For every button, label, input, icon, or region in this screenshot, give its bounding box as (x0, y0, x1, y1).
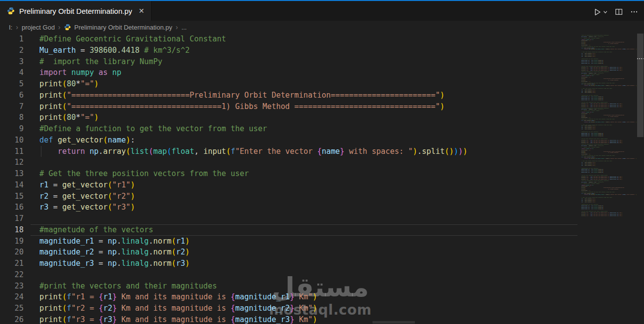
code-line[interactable]: 25print(f"r2 = {r2} Km and its magnitude… (0, 303, 581, 314)
code-text: #Define a function to get the vector fro… (39, 123, 267, 135)
code-line[interactable]: 19magnitude_r1 = np.linalg.norm(r1) (0, 236, 581, 247)
breadcrumb-item[interactable]: project God (22, 24, 55, 31)
line-number[interactable]: 17 (0, 213, 24, 224)
code-line[interactable]: 15r2 = get_vector("r2") (0, 191, 581, 202)
vertical-scrollbar-thumb[interactable] (637, 34, 644, 137)
code-text: r2 = get_vector("r2") (39, 191, 135, 202)
breadcrumb-item[interactable]: ... (181, 24, 187, 31)
code-text: Mu_earth = 398600.4418 # km^3/s^2 (39, 45, 190, 56)
editor-actions (593, 2, 638, 22)
line-number[interactable]: 24 (0, 291, 24, 303)
code-text: import numpy as np (39, 67, 121, 78)
code-text: magnitude_r1 = np.linalg.norm(r1) (39, 236, 190, 247)
code-line[interactable]: 16r3 = get_vector("r3") (0, 202, 581, 213)
code-line[interactable]: 11 return np.array(list(map(float, input… (0, 146, 581, 157)
line-number[interactable]: 26 (0, 314, 24, 324)
code-text: magnitude_r3 = np.linalg.norm(r3) (39, 258, 190, 269)
code-text: print("=================================… (39, 101, 444, 112)
editor[interactable]: 1#Define Geocentric Gravitational Consta… (0, 34, 581, 324)
tab-preliminary-orbit-determination[interactable]: Preliminary Orbit Determination.py ✕ (0, 1, 152, 21)
code-line[interactable]: 18#magnetude of the vectors (0, 224, 581, 236)
code-line[interactable]: 2Mu_earth = 398600.4418 # km^3/s^2 (0, 45, 581, 56)
line-number[interactable]: 5 (0, 78, 24, 90)
code-line[interactable]: 9#Define a function to get the vector fr… (0, 123, 581, 135)
breadcrumb-item[interactable]: Preliminary Orbit Determination.py (74, 24, 172, 31)
line-number[interactable]: 21 (0, 258, 24, 269)
code-text: # import the library NumPy (39, 56, 162, 68)
code-line[interactable]: 13# Get the three position vectors from … (0, 168, 581, 180)
line-number[interactable]: 19 (0, 236, 24, 247)
line-number[interactable]: 11 (0, 146, 24, 157)
code-text: print(f"r1 = {r1} Km and its magnitude i… (39, 291, 317, 303)
python-file-icon (64, 24, 71, 31)
code-line[interactable]: 14r1 = get_vector("r1") (0, 180, 581, 191)
code-text: #Define Geocentric Gravitational Constan… (39, 34, 226, 45)
line-number[interactable]: 10 (0, 135, 24, 146)
code-line[interactable]: 23#print the vectors and their magnitude… (0, 281, 581, 292)
breadcrumb-separator-icon: › (16, 23, 18, 31)
line-number[interactable]: 20 (0, 247, 24, 258)
vscode-window: Preliminary Orbit Determination.py ✕ I:›… (0, 0, 644, 324)
line-number[interactable]: 1 (0, 34, 24, 45)
code-text: print(80*"=") (39, 112, 99, 123)
close-tab-icon[interactable]: ✕ (136, 7, 146, 15)
code-line[interactable]: 3# import the library NumPy (0, 56, 581, 68)
code-line[interactable]: 24print(f"r1 = {r1} Km and its magnitude… (0, 291, 581, 303)
line-number[interactable]: 16 (0, 202, 24, 213)
code-text: print(f"r3 = {r3} Km and its magnitude i… (39, 314, 317, 324)
minimap[interactable]: #Define Geocentric Gravitational Constan… (581, 35, 637, 247)
code-line[interactable]: 8print(80*"=") (0, 112, 581, 123)
line-number[interactable]: 14 (0, 180, 24, 191)
line-number[interactable]: 22 (0, 269, 24, 281)
line-number[interactable]: 9 (0, 123, 24, 135)
python-file-icon (7, 7, 15, 15)
code-text: # Get the three position vectors from th… (39, 168, 249, 180)
code-text: print(80*"=") (39, 78, 99, 90)
line-number[interactable]: 23 (0, 281, 24, 292)
code-line[interactable]: 21magnitude_r3 = np.linalg.norm(r3) (0, 258, 581, 269)
line-number[interactable]: 8 (0, 112, 24, 123)
breadcrumb-separator-icon: › (175, 23, 178, 31)
code-line[interactable]: 7print("================================… (0, 101, 581, 112)
line-number[interactable]: 7 (0, 101, 24, 112)
code-line[interactable]: 17 (0, 213, 581, 224)
code-text: print("==========================Prelimi… (39, 90, 444, 101)
code-text: #magnetude of the vectors (39, 224, 153, 236)
line-number[interactable]: 12 (0, 157, 24, 168)
line-number[interactable]: 13 (0, 168, 24, 180)
more-actions-icon[interactable] (630, 8, 638, 16)
code-line[interactable]: 4import numpy as np (0, 67, 581, 78)
minimap-content: #Define Geocentric Gravitational Constan… (581, 35, 637, 216)
code-line[interactable]: 1#Define Geocentric Gravitational Consta… (0, 34, 581, 45)
tab-title: Preliminary Orbit Determination.py (19, 7, 132, 15)
code-line[interactable]: 10def get_vector(name): (0, 135, 581, 146)
line-number[interactable]: 2 (0, 45, 24, 56)
code-line[interactable]: 22 (0, 269, 581, 281)
code-text: r1 = get_vector("r1") (39, 180, 135, 191)
line-number[interactable]: 25 (0, 303, 24, 314)
code-area: 1#Define Geocentric Gravitational Consta… (0, 34, 581, 324)
line-number[interactable]: 3 (0, 56, 24, 68)
code-text: return np.array(list(map(float, input(f"… (39, 146, 468, 157)
code-line[interactable]: 6print("==========================Prelim… (0, 90, 581, 101)
run-dropdown-chevron-icon (603, 10, 608, 14)
code-line[interactable]: 26print(f"r3 = {r3} Km and its magnitude… (0, 314, 581, 324)
code-line[interactable]: 5print(80*"=") (0, 78, 581, 90)
split-editor-icon[interactable] (615, 8, 623, 16)
run-button[interactable] (593, 8, 608, 16)
line-number[interactable]: 18 (0, 224, 24, 236)
line-number[interactable]: 15 (0, 191, 24, 202)
line-number[interactable]: 6 (0, 90, 24, 101)
line-number[interactable]: 4 (0, 67, 24, 78)
code-line[interactable]: 20magnitude_r2 = np.linalg.norm(r2) (0, 247, 581, 258)
breadcrumb-item[interactable]: I: (9, 24, 12, 31)
code-text: magnitude_r2 = np.linalg.norm(r2) (39, 247, 190, 258)
code-text: def get_vector(name): (39, 135, 135, 146)
vertical-scrollbar[interactable] (637, 34, 644, 324)
tab-bar[interactable]: Preliminary Orbit Determination.py ✕ (0, 1, 644, 21)
code-line[interactable]: 12 (0, 157, 581, 168)
breadcrumb[interactable]: I:›project God› Preliminary Orbit Determ… (0, 21, 644, 34)
breadcrumb-separator-icon: › (58, 23, 61, 31)
overview-cursor-marker (637, 58, 644, 59)
code-text: print(f"r2 = {r2} Km and its magnitude i… (39, 303, 317, 314)
